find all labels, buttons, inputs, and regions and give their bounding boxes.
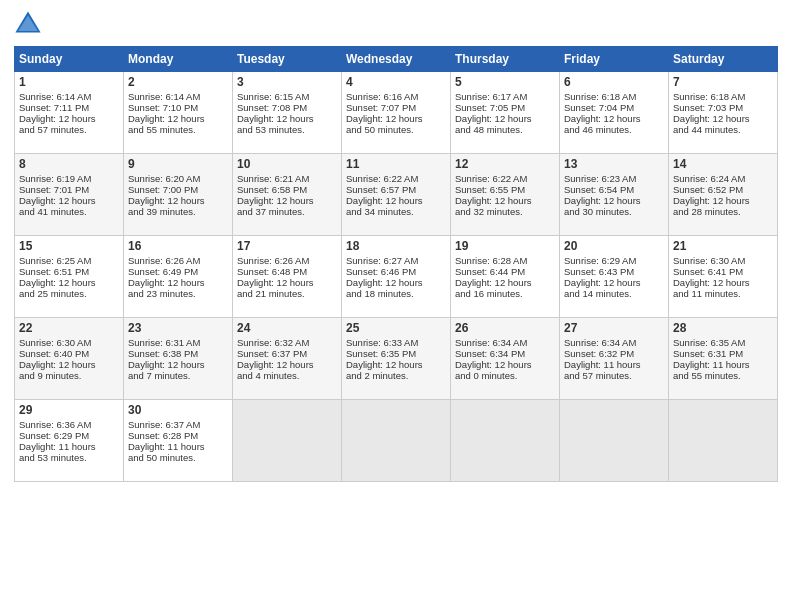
calendar-cell: 3Sunrise: 6:15 AMSunset: 7:08 PMDaylight… [233, 72, 342, 154]
day-info-line: Sunrise: 6:33 AM [346, 337, 446, 348]
day-info-line: Daylight: 11 hours [128, 441, 228, 452]
day-info-line: and 37 minutes. [237, 206, 337, 217]
day-info-line: Sunrise: 6:14 AM [19, 91, 119, 102]
day-info-line: Sunset: 6:57 PM [346, 184, 446, 195]
day-info-line: Sunset: 7:10 PM [128, 102, 228, 113]
day-number: 27 [564, 321, 664, 335]
day-info-line: Daylight: 12 hours [128, 277, 228, 288]
day-info-line: Sunset: 6:40 PM [19, 348, 119, 359]
day-number: 24 [237, 321, 337, 335]
calendar-cell: 30Sunrise: 6:37 AMSunset: 6:28 PMDayligh… [124, 400, 233, 482]
day-info-line: Daylight: 12 hours [455, 277, 555, 288]
calendar-cell [560, 400, 669, 482]
day-info-line: Daylight: 12 hours [346, 277, 446, 288]
day-info-line: Sunset: 6:49 PM [128, 266, 228, 277]
day-info-line: Sunrise: 6:29 AM [564, 255, 664, 266]
day-info-line: Daylight: 12 hours [19, 195, 119, 206]
calendar-cell: 28Sunrise: 6:35 AMSunset: 6:31 PMDayligh… [669, 318, 778, 400]
day-info-line: Sunset: 6:38 PM [128, 348, 228, 359]
calendar-cell: 29Sunrise: 6:36 AMSunset: 6:29 PMDayligh… [15, 400, 124, 482]
day-info-line: Daylight: 11 hours [673, 359, 773, 370]
weekday-header-wednesday: Wednesday [342, 47, 451, 72]
day-info-line: and 16 minutes. [455, 288, 555, 299]
day-number: 9 [128, 157, 228, 171]
day-info-line: and 21 minutes. [237, 288, 337, 299]
calendar-cell: 7Sunrise: 6:18 AMSunset: 7:03 PMDaylight… [669, 72, 778, 154]
day-number: 22 [19, 321, 119, 335]
day-info-line: and 0 minutes. [455, 370, 555, 381]
day-info-line: Daylight: 12 hours [346, 113, 446, 124]
day-number: 26 [455, 321, 555, 335]
day-number: 25 [346, 321, 446, 335]
calendar-week-5: 29Sunrise: 6:36 AMSunset: 6:29 PMDayligh… [15, 400, 778, 482]
day-info-line: and 48 minutes. [455, 124, 555, 135]
day-info-line: and 55 minutes. [128, 124, 228, 135]
day-info-line: and 23 minutes. [128, 288, 228, 299]
day-info-line: Daylight: 11 hours [564, 359, 664, 370]
day-number: 20 [564, 239, 664, 253]
calendar-cell: 14Sunrise: 6:24 AMSunset: 6:52 PMDayligh… [669, 154, 778, 236]
calendar-cell: 17Sunrise: 6:26 AMSunset: 6:48 PMDayligh… [233, 236, 342, 318]
logo-icon [14, 10, 42, 38]
day-info-line: Sunset: 7:01 PM [19, 184, 119, 195]
day-info-line: Sunrise: 6:19 AM [19, 173, 119, 184]
day-number: 12 [455, 157, 555, 171]
day-info-line: and 25 minutes. [19, 288, 119, 299]
day-info-line: Sunrise: 6:27 AM [346, 255, 446, 266]
day-info-line: Sunrise: 6:34 AM [455, 337, 555, 348]
day-number: 8 [19, 157, 119, 171]
day-info-line: Sunrise: 6:21 AM [237, 173, 337, 184]
calendar-cell: 12Sunrise: 6:22 AMSunset: 6:55 PMDayligh… [451, 154, 560, 236]
day-info-line: Daylight: 12 hours [673, 277, 773, 288]
day-info-line: and 39 minutes. [128, 206, 228, 217]
calendar-cell: 9Sunrise: 6:20 AMSunset: 7:00 PMDaylight… [124, 154, 233, 236]
calendar-week-3: 15Sunrise: 6:25 AMSunset: 6:51 PMDayligh… [15, 236, 778, 318]
day-info-line: and 41 minutes. [19, 206, 119, 217]
day-info-line: and 57 minutes. [19, 124, 119, 135]
day-info-line: Sunset: 7:11 PM [19, 102, 119, 113]
weekday-header-friday: Friday [560, 47, 669, 72]
day-info-line: Sunset: 6:44 PM [455, 266, 555, 277]
day-info-line: Sunset: 6:32 PM [564, 348, 664, 359]
day-number: 16 [128, 239, 228, 253]
day-info-line: Sunset: 7:03 PM [673, 102, 773, 113]
day-info-line: Daylight: 12 hours [237, 359, 337, 370]
calendar-cell [233, 400, 342, 482]
day-info-line: Sunrise: 6:26 AM [237, 255, 337, 266]
day-info-line: Daylight: 12 hours [564, 277, 664, 288]
calendar-cell: 11Sunrise: 6:22 AMSunset: 6:57 PMDayligh… [342, 154, 451, 236]
day-info-line: Sunrise: 6:32 AM [237, 337, 337, 348]
calendar-cell: 10Sunrise: 6:21 AMSunset: 6:58 PMDayligh… [233, 154, 342, 236]
day-number: 3 [237, 75, 337, 89]
weekday-header-monday: Monday [124, 47, 233, 72]
day-info-line: Sunrise: 6:26 AM [128, 255, 228, 266]
day-info-line: and 53 minutes. [19, 452, 119, 463]
day-number: 21 [673, 239, 773, 253]
day-info-line: Sunrise: 6:17 AM [455, 91, 555, 102]
calendar-cell: 13Sunrise: 6:23 AMSunset: 6:54 PMDayligh… [560, 154, 669, 236]
day-info-line: and 46 minutes. [564, 124, 664, 135]
day-info-line: Sunset: 7:07 PM [346, 102, 446, 113]
day-info-line: Daylight: 12 hours [564, 113, 664, 124]
day-info-line: and 50 minutes. [128, 452, 228, 463]
day-info-line: Daylight: 12 hours [19, 277, 119, 288]
day-info-line: Sunset: 6:31 PM [673, 348, 773, 359]
day-info-line: Sunset: 6:55 PM [455, 184, 555, 195]
day-number: 29 [19, 403, 119, 417]
day-info-line: Daylight: 12 hours [128, 195, 228, 206]
page-container: SundayMondayTuesdayWednesdayThursdayFrid… [0, 0, 792, 492]
day-number: 7 [673, 75, 773, 89]
day-info-line: Sunset: 6:34 PM [455, 348, 555, 359]
day-info-line: and 53 minutes. [237, 124, 337, 135]
day-info-line: Sunset: 7:00 PM [128, 184, 228, 195]
day-info-line: Sunset: 6:43 PM [564, 266, 664, 277]
calendar-cell: 18Sunrise: 6:27 AMSunset: 6:46 PMDayligh… [342, 236, 451, 318]
day-info-line: and 57 minutes. [564, 370, 664, 381]
day-info-line: Sunrise: 6:30 AM [19, 337, 119, 348]
day-info-line: Daylight: 12 hours [237, 277, 337, 288]
day-info-line: Daylight: 12 hours [346, 195, 446, 206]
day-info-line: Sunrise: 6:20 AM [128, 173, 228, 184]
day-info-line: Daylight: 12 hours [346, 359, 446, 370]
calendar-week-1: 1Sunrise: 6:14 AMSunset: 7:11 PMDaylight… [15, 72, 778, 154]
logo [14, 10, 46, 38]
